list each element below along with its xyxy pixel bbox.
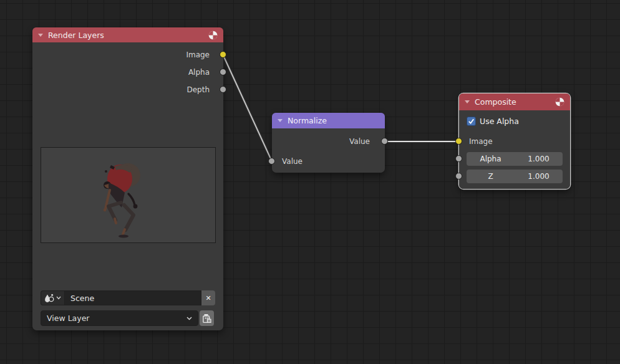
normalize-node[interactable]: Normalize Value Value bbox=[272, 113, 385, 173]
scene-name-field[interactable]: Scene bbox=[64, 290, 201, 305]
output-label-depth: Depth bbox=[186, 85, 210, 95]
render-layers-node[interactable]: Render Layers Image Alpha Depth bbox=[32, 27, 223, 330]
scene-clear-button[interactable]: ✕ bbox=[201, 290, 215, 305]
render-layers-title: Render Layers bbox=[48, 31, 104, 40]
composite-z-input-socket[interactable] bbox=[455, 173, 462, 180]
sphere-quadrant-icon[interactable] bbox=[208, 31, 218, 40]
close-icon: ✕ bbox=[205, 294, 211, 302]
input-label-value: Value bbox=[282, 157, 303, 166]
scene-name-value: Scene bbox=[70, 294, 94, 303]
composite-image-input-socket[interactable] bbox=[455, 138, 462, 145]
use-alpha-label: Use Alpha bbox=[480, 117, 519, 127]
render-layers-header[interactable]: Render Layers bbox=[32, 27, 223, 42]
link-renderlayers-to-normalize-core bbox=[223, 55, 273, 161]
normalize-title: Normalize bbox=[288, 116, 327, 125]
collapse-triangle-icon[interactable] bbox=[465, 100, 470, 103]
normalize-value-output-socket[interactable] bbox=[381, 138, 388, 145]
composite-alpha-input-socket[interactable] bbox=[455, 155, 462, 162]
scene-browse-button[interactable] bbox=[41, 290, 64, 305]
view-layer-row: View Layer bbox=[41, 310, 215, 326]
collapse-triangle-icon[interactable] bbox=[38, 34, 43, 37]
collapse-triangle-icon[interactable] bbox=[278, 119, 283, 122]
output-label-alpha: Alpha bbox=[188, 68, 210, 77]
view-layer-icon bbox=[202, 314, 211, 323]
normalize-header[interactable]: Normalize bbox=[272, 113, 385, 128]
z-field-value: 1.000 bbox=[515, 172, 563, 181]
alpha-field-label: Alpha bbox=[467, 155, 515, 163]
new-view-layer-button[interactable] bbox=[200, 310, 214, 326]
z-field-label: Z bbox=[467, 172, 515, 181]
composite-header[interactable]: Composite bbox=[459, 93, 570, 110]
output-label-value: Value bbox=[349, 137, 370, 146]
check-icon bbox=[468, 118, 475, 125]
render-layers-image-output-socket[interactable] bbox=[220, 51, 226, 58]
output-label-image: Image bbox=[186, 50, 210, 60]
render-layers-alpha-output-socket[interactable] bbox=[220, 69, 226, 75]
z-value-field[interactable]: Z 1.000 bbox=[467, 170, 563, 183]
use-alpha-checkbox[interactable] bbox=[467, 117, 476, 126]
view-layer-value: View Layer bbox=[47, 314, 90, 323]
render-layers-depth-output-socket[interactable] bbox=[220, 86, 226, 93]
normalize-value-input-socket[interactable] bbox=[268, 158, 275, 165]
render-preview-image bbox=[41, 147, 216, 243]
character-illustration bbox=[41, 148, 215, 242]
node-editor-canvas[interactable]: Render Layers Image Alpha Depth bbox=[0, 0, 620, 364]
chevron-down-icon bbox=[186, 317, 192, 320]
view-layer-dropdown[interactable]: View Layer bbox=[41, 310, 198, 326]
alpha-field-value: 1.000 bbox=[515, 155, 563, 163]
scene-icon bbox=[44, 294, 55, 302]
composite-node[interactable]: Composite Use Alpha Image Alpha 1.000 Z … bbox=[459, 93, 570, 189]
sphere-quadrant-icon[interactable] bbox=[555, 97, 564, 107]
chevron-down-icon bbox=[56, 296, 61, 300]
input-label-image: Image bbox=[469, 137, 493, 146]
alpha-value-field[interactable]: Alpha 1.000 bbox=[467, 152, 563, 166]
composite-title: Composite bbox=[475, 97, 516, 107]
scene-selector-row: Scene ✕ bbox=[41, 290, 215, 305]
